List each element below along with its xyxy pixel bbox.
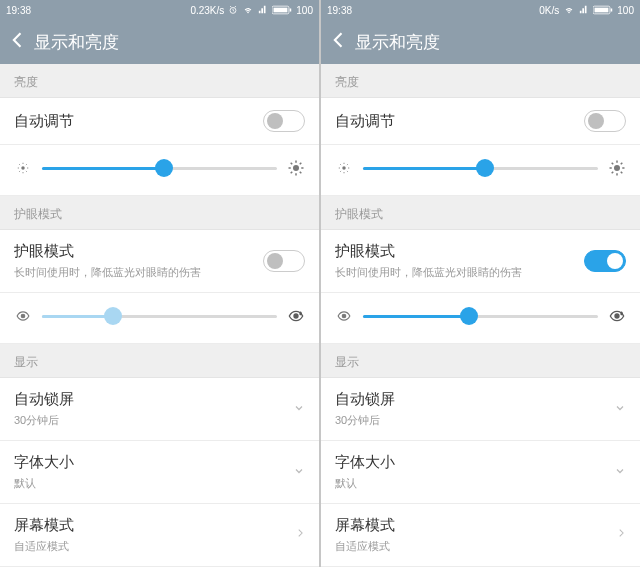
- status-battery: 100: [617, 5, 634, 16]
- signal-icon: [258, 5, 268, 15]
- back-icon[interactable]: [8, 30, 28, 54]
- signal-icon: [579, 5, 589, 15]
- eye-drop-icon: [287, 307, 305, 325]
- brightness-high-icon: [287, 159, 305, 177]
- svg-point-12: [614, 165, 620, 171]
- svg-rect-3: [290, 8, 292, 11]
- nav-bar: 显示和亮度: [321, 20, 640, 64]
- screen-mode-sub: 自适应模式: [14, 539, 295, 554]
- svg-point-5: [293, 165, 299, 171]
- content: 亮度 自动调节 护眼模式 护眼模式 长时间使用时，降低蓝光对眼睛的伤害: [0, 64, 319, 567]
- chevron-right-icon: [295, 526, 305, 544]
- status-speed: 0K/s: [539, 5, 559, 16]
- svg-point-7: [294, 314, 298, 318]
- svg-rect-9: [595, 8, 609, 13]
- status-info: 0K/s 100: [539, 5, 634, 16]
- svg-point-14: [615, 314, 619, 318]
- eye-mode-label: 护眼模式: [335, 242, 584, 261]
- font-size-label: 字体大小: [335, 453, 614, 472]
- brightness-low-icon: [335, 159, 353, 177]
- brightness-slider-row: [0, 145, 319, 196]
- font-size-sub: 默认: [335, 476, 614, 491]
- auto-lock-row[interactable]: 自动锁屏 30分钟后: [321, 378, 640, 441]
- svg-point-6: [21, 314, 25, 318]
- chevron-down-icon: [293, 463, 305, 481]
- eye-slider[interactable]: [363, 315, 598, 318]
- nav-title: 显示和亮度: [34, 31, 119, 54]
- nav-bar: 显示和亮度: [0, 20, 319, 64]
- svg-point-4: [21, 166, 25, 170]
- content: 亮度 自动调节 护眼模式 护眼模式 长时间使用时，降低蓝光对眼睛的伤害: [321, 64, 640, 567]
- font-size-row[interactable]: 字体大小 默认: [321, 441, 640, 504]
- screen-mode-sub: 自适应模式: [335, 539, 616, 554]
- eye-slider-row: [0, 293, 319, 344]
- chevron-down-icon: [614, 463, 626, 481]
- auto-lock-row[interactable]: 自动锁屏 30分钟后: [0, 378, 319, 441]
- chevron-down-icon: [293, 400, 305, 418]
- display-header: 显示: [321, 344, 640, 378]
- svg-rect-2: [274, 8, 288, 13]
- eye-mode-sub: 长时间使用时，降低蓝光对眼睛的伤害: [14, 265, 263, 280]
- eye-icon: [335, 307, 353, 325]
- eye-mode-toggle[interactable]: [584, 250, 626, 272]
- eye-slider-row: [321, 293, 640, 344]
- eye-mode-sub: 长时间使用时，降低蓝光对眼睛的伤害: [335, 265, 584, 280]
- auto-adjust-toggle[interactable]: [263, 110, 305, 132]
- brightness-high-icon: [608, 159, 626, 177]
- screen-mode-label: 屏幕模式: [14, 516, 295, 535]
- screen-mode-row[interactable]: 屏幕模式 自适应模式: [0, 504, 319, 567]
- auto-lock-label: 自动锁屏: [335, 390, 614, 409]
- eye-slider[interactable]: [42, 315, 277, 318]
- auto-lock-sub: 30分钟后: [14, 413, 293, 428]
- brightness-slider[interactable]: [363, 167, 598, 170]
- svg-rect-10: [611, 8, 613, 11]
- brightness-slider[interactable]: [42, 167, 277, 170]
- phone-right: 19:38 0K/s 100 显示和亮度 亮度 自动调节: [321, 0, 640, 567]
- auto-adjust-row[interactable]: 自动调节: [321, 98, 640, 145]
- auto-adjust-row[interactable]: 自动调节: [0, 98, 319, 145]
- font-size-label: 字体大小: [14, 453, 293, 472]
- status-time: 19:38: [6, 5, 31, 16]
- status-speed: 0.23K/s: [190, 5, 224, 16]
- auto-adjust-label: 自动调节: [14, 112, 74, 131]
- brightness-header: 亮度: [0, 64, 319, 98]
- eye-mode-row[interactable]: 护眼模式 长时间使用时，降低蓝光对眼睛的伤害: [321, 230, 640, 293]
- eye-header: 护眼模式: [0, 196, 319, 230]
- eye-header: 护眼模式: [321, 196, 640, 230]
- auto-adjust-label: 自动调节: [335, 112, 395, 131]
- brightness-slider-row: [321, 145, 640, 196]
- status-bar: 19:38 0.23K/s 100: [0, 0, 319, 20]
- eye-drop-icon: [608, 307, 626, 325]
- svg-point-13: [342, 314, 346, 318]
- status-info: 0.23K/s 100: [190, 5, 313, 16]
- font-size-sub: 默认: [14, 476, 293, 491]
- nav-title: 显示和亮度: [355, 31, 440, 54]
- auto-lock-label: 自动锁屏: [14, 390, 293, 409]
- eye-mode-label: 护眼模式: [14, 242, 263, 261]
- phone-left: 19:38 0.23K/s 100 显示和亮度 亮度 自动调节: [0, 0, 319, 567]
- screen-mode-label: 屏幕模式: [335, 516, 616, 535]
- wifi-icon: [563, 5, 575, 15]
- screen-mode-row[interactable]: 屏幕模式 自适应模式: [321, 504, 640, 567]
- wifi-icon: [242, 5, 254, 15]
- status-time: 19:38: [327, 5, 352, 16]
- auto-lock-sub: 30分钟后: [335, 413, 614, 428]
- alarm-icon: [228, 5, 238, 15]
- font-size-row[interactable]: 字体大小 默认: [0, 441, 319, 504]
- display-header: 显示: [0, 344, 319, 378]
- eye-icon: [14, 307, 32, 325]
- status-battery: 100: [296, 5, 313, 16]
- battery-icon: [593, 5, 613, 15]
- eye-mode-toggle[interactable]: [263, 250, 305, 272]
- auto-adjust-toggle[interactable]: [584, 110, 626, 132]
- brightness-header: 亮度: [321, 64, 640, 98]
- chevron-right-icon: [616, 526, 626, 544]
- brightness-low-icon: [14, 159, 32, 177]
- back-icon[interactable]: [329, 30, 349, 54]
- battery-icon: [272, 5, 292, 15]
- eye-mode-row[interactable]: 护眼模式 长时间使用时，降低蓝光对眼睛的伤害: [0, 230, 319, 293]
- chevron-down-icon: [614, 400, 626, 418]
- svg-point-11: [342, 166, 346, 170]
- status-bar: 19:38 0K/s 100: [321, 0, 640, 20]
